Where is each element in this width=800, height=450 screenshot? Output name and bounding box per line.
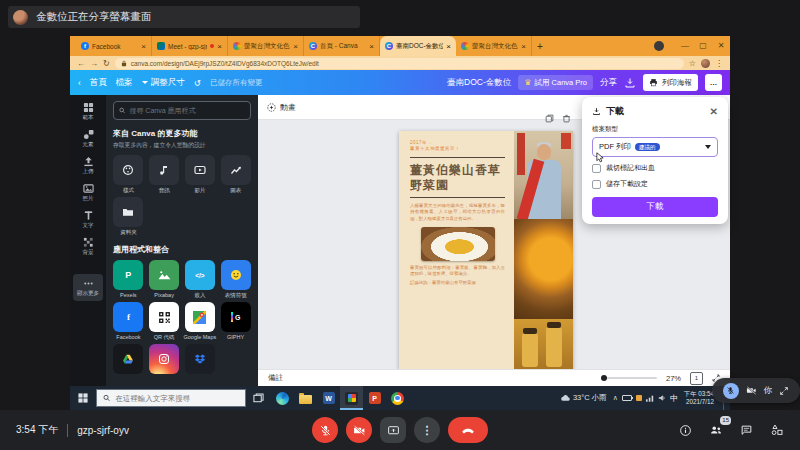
leave-call-button[interactable] <box>448 417 488 443</box>
app-google-maps[interactable]: Google Maps <box>185 302 216 341</box>
url-field[interactable]: canva.com/design/DAEj9rpJSZ0/tZ4lDVg6834… <box>115 58 684 69</box>
close-icon[interactable]: ✕ <box>710 107 718 117</box>
app-pexels[interactable]: P Pexels <box>113 260 144 299</box>
account-avatar[interactable] <box>701 59 710 68</box>
save-settings-option[interactable]: 儲存下載設定 <box>592 179 718 189</box>
delete-page-icon[interactable] <box>562 114 571 123</box>
presenting-button[interactable] <box>380 417 406 443</box>
window-minimize-button[interactable]: — <box>676 36 694 56</box>
back-chevron-icon[interactable]: ‹ <box>78 78 81 88</box>
taskbar-chrome-icon[interactable] <box>386 386 409 410</box>
sidebar-item-show-more[interactable]: 顯示更多 <box>73 274 103 301</box>
browser-menu-icon[interactable]: ⋮ <box>715 59 723 68</box>
taskbar-clock[interactable]: 下午 03:54 2021/7/12 <box>684 390 714 406</box>
notes-button[interactable]: 備註 <box>268 373 283 383</box>
app-qr-code[interactable]: QR 代碼 <box>149 302 180 341</box>
download-icon[interactable] <box>624 77 636 89</box>
start-button[interactable] <box>70 393 96 403</box>
app-pixabay[interactable]: Pixabay <box>149 260 180 299</box>
camera-off-icon[interactable] <box>746 385 757 396</box>
meeting-details-icon[interactable] <box>679 424 692 437</box>
zoom-slider[interactable] <box>601 377 657 379</box>
app-google-drive[interactable] <box>113 344 144 374</box>
header-more-button[interactable]: … <box>705 74 722 91</box>
poster-design-page[interactable]: 2017年→ 薑黃十大神農獎肯定！ 薑黃伯樂山香草野菜園 人稱薑黃大王的陳伯樂先… <box>399 131 573 371</box>
forward-icon[interactable]: → <box>90 59 98 68</box>
duplicate-page-icon[interactable] <box>545 114 554 123</box>
try-pro-button[interactable]: ♛ 試用 Canva Pro <box>518 75 593 90</box>
tab-xue[interactable]: 螢聚台灣文化色彩 [XUE3] × <box>228 36 304 56</box>
tab-meet[interactable]: Meet - gzp-sjrf-oyv × <box>152 36 228 56</box>
ime-indicator[interactable]: 中 <box>670 393 678 404</box>
taskbar-search-input[interactable] <box>115 394 239 403</box>
taskbar-word-icon[interactable]: W <box>317 386 340 410</box>
taskbar-search-box[interactable] <box>96 389 246 407</box>
file-menu-item[interactable]: 檔案 <box>116 77 133 89</box>
tab-close-icon[interactable]: × <box>293 42 298 51</box>
tab-canva-design-active[interactable]: C 臺南DOC-金數位 - 海報 × <box>380 36 456 56</box>
taskbar-photos-icon[interactable] <box>340 386 363 410</box>
camera-off-button[interactable] <box>346 417 372 443</box>
checkbox-icon[interactable] <box>592 180 601 189</box>
tray-expand-icon[interactable]: ∧ <box>613 394 618 402</box>
apps-search-input[interactable] <box>129 107 245 114</box>
taskbar-powerpoint-icon[interactable]: P <box>363 386 386 410</box>
home-menu-item[interactable]: 首頁 <box>90 77 107 89</box>
back-icon[interactable]: ← <box>77 59 85 68</box>
tab-close-icon[interactable]: × <box>141 42 146 51</box>
taskbar-file-explorer-icon[interactable] <box>294 386 317 410</box>
feature-folders[interactable]: 資料夾 <box>113 197 144 236</box>
design-title[interactable]: 臺南DOC-金數位 <box>447 77 511 89</box>
browser-profile-avatar[interactable] <box>654 41 664 51</box>
new-tab-button[interactable]: + <box>532 36 548 56</box>
activities-icon[interactable] <box>770 423 784 437</box>
app-instagram[interactable] <box>149 344 180 374</box>
page-indicator[interactable]: 1 <box>690 372 703 385</box>
undo-icon[interactable]: ↺ <box>194 78 201 88</box>
app-giphy[interactable]: G GIPHY <box>220 302 251 341</box>
feature-styles[interactable]: 樣式 <box>113 155 144 194</box>
window-close-button[interactable]: ✕ <box>712 36 730 56</box>
weather-widget[interactable]: 33°C 小雨 <box>560 393 607 403</box>
tab-close-icon[interactable]: × <box>217 42 222 51</box>
feature-videos[interactable]: 影片 <box>185 155 216 194</box>
tab-close-icon[interactable]: × <box>521 42 526 51</box>
chat-icon[interactable] <box>740 424 753 437</box>
crop-marks-option[interactable]: 裁切標記和出血 <box>592 163 718 173</box>
app-embed[interactable]: </> 嵌入 <box>185 260 216 299</box>
window-maximize-button[interactable]: ▢ <box>694 36 712 56</box>
sidebar-item-text[interactable]: 文字 <box>70 206 106 233</box>
bookmark-star-icon[interactable]: ☆ <box>689 59 696 68</box>
reload-icon[interactable]: ↻ <box>103 59 110 68</box>
zoom-level[interactable]: 27% <box>666 374 681 383</box>
sidebar-item-background[interactable]: 背景 <box>70 233 106 260</box>
expand-icon[interactable] <box>779 386 789 396</box>
tab-close-icon[interactable]: × <box>369 42 374 51</box>
share-button[interactable]: 分享 <box>600 77 617 89</box>
feature-audio[interactable]: 音訊 <box>149 155 180 194</box>
file-type-select[interactable]: PDF 列印 建議的 <box>592 137 718 157</box>
resize-menu-item[interactable]: 調整尺寸 <box>142 77 185 89</box>
taskbar-edge-icon[interactable] <box>271 386 294 410</box>
download-button[interactable]: 下載 <box>592 197 718 217</box>
sidebar-item-elements[interactable]: 元素 <box>70 125 106 152</box>
sidebar-item-photos[interactable]: 照片 <box>70 179 106 206</box>
tab-close-icon[interactable]: × <box>446 42 451 51</box>
print-poster-button[interactable]: 列印海報 <box>643 74 698 91</box>
app-facebook[interactable]: f Facebook <box>113 302 144 341</box>
tab-facebook[interactable]: f Facebook × <box>76 36 152 56</box>
mic-mute-button[interactable] <box>312 417 338 443</box>
checkbox-icon[interactable] <box>592 164 601 173</box>
app-dropbox[interactable] <box>185 344 216 374</box>
tab-canva-home[interactable]: C 首頁 - Canva × <box>304 36 380 56</box>
feature-charts[interactable]: 圖表 <box>220 155 251 194</box>
zoom-slider-handle[interactable] <box>601 375 607 381</box>
more-options-button[interactable]: ⋮ <box>414 417 440 443</box>
animate-button[interactable]: 動畫 <box>267 102 296 113</box>
selfview-mic-muted-chip[interactable] <box>723 383 739 399</box>
system-tray[interactable]: ∧ 中 <box>613 393 678 404</box>
sidebar-item-uploads[interactable]: 上傳 <box>70 152 106 179</box>
sidebar-item-templates[interactable]: 範本 <box>70 98 106 125</box>
apps-search-box[interactable] <box>113 101 251 120</box>
tab-xue-2[interactable]: 螢聚台灣文化色彩 翻丁公臺 × <box>456 36 532 56</box>
